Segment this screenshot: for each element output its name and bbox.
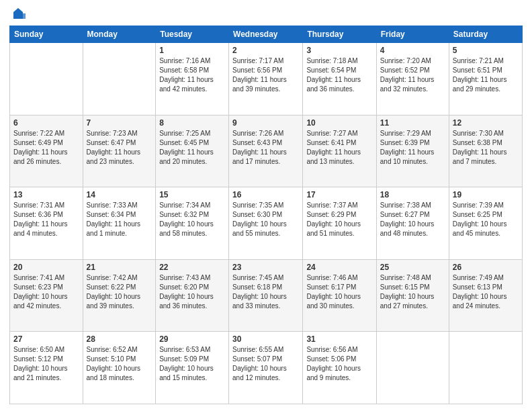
day-cell: 6Sunrise: 7:22 AMSunset: 6:49 PMDaylight… — [10, 115, 83, 187]
day-cell: 7Sunrise: 7:23 AMSunset: 6:47 PMDaylight… — [83, 115, 156, 187]
day-info: Sunrise: 6:52 AMSunset: 5:10 PMDaylight:… — [87, 345, 152, 383]
day-number: 12 — [453, 118, 519, 128]
day-number: 19 — [453, 190, 519, 199]
day-number: 15 — [159, 190, 225, 199]
column-header-tuesday: Tuesday — [156, 26, 229, 43]
calendar-table: SundayMondayTuesdayWednesdayThursdayFrid… — [9, 26, 523, 404]
day-cell: 5Sunrise: 7:21 AMSunset: 6:51 PMDaylight… — [449, 43, 522, 116]
day-cell: 26Sunrise: 7:49 AMSunset: 6:13 PMDayligh… — [449, 259, 522, 332]
day-info: Sunrise: 7:37 AMSunset: 6:29 PMDaylight:… — [306, 201, 372, 238]
day-number: 8 — [159, 118, 225, 128]
day-cell: 23Sunrise: 7:45 AMSunset: 6:18 PMDayligh… — [229, 259, 303, 332]
day-cell — [449, 332, 522, 404]
day-info: Sunrise: 7:29 AMSunset: 6:39 PMDaylight:… — [380, 129, 445, 167]
day-info: Sunrise: 7:16 AMSunset: 6:58 PMDaylight:… — [159, 56, 225, 94]
day-number: 7 — [87, 118, 152, 128]
day-info: Sunrise: 7:23 AMSunset: 6:47 PMDaylight:… — [87, 129, 152, 167]
day-cell: 30Sunrise: 6:55 AMSunset: 5:07 PMDayligh… — [229, 332, 303, 404]
week-row-4: 20Sunrise: 7:41 AMSunset: 6:23 PMDayligh… — [10, 259, 523, 332]
week-row-2: 6Sunrise: 7:22 AMSunset: 6:49 PMDaylight… — [10, 115, 523, 187]
day-cell: 28Sunrise: 6:52 AMSunset: 5:10 PMDayligh… — [83, 332, 156, 404]
day-info: Sunrise: 7:43 AMSunset: 6:20 PMDaylight:… — [159, 273, 225, 311]
day-cell: 11Sunrise: 7:29 AMSunset: 6:39 PMDayligh… — [376, 115, 449, 187]
day-number: 18 — [380, 190, 445, 199]
day-number: 30 — [232, 334, 299, 344]
day-info: Sunrise: 7:18 AMSunset: 6:54 PMDaylight:… — [306, 56, 372, 94]
day-info: Sunrise: 6:50 AMSunset: 5:12 PMDaylight:… — [13, 345, 79, 383]
day-number: 28 — [87, 334, 152, 344]
day-number: 14 — [87, 190, 152, 199]
day-cell: 12Sunrise: 7:30 AMSunset: 6:38 PMDayligh… — [449, 115, 522, 187]
day-number: 26 — [453, 263, 519, 272]
day-info: Sunrise: 7:22 AMSunset: 6:49 PMDaylight:… — [13, 129, 79, 167]
day-info: Sunrise: 7:46 AMSunset: 6:17 PMDaylight:… — [306, 273, 372, 311]
day-number: 6 — [13, 118, 79, 128]
logo-icon — [11, 7, 26, 21]
day-cell: 31Sunrise: 6:56 AMSunset: 5:06 PMDayligh… — [303, 332, 376, 404]
day-cell: 3Sunrise: 7:18 AMSunset: 6:54 PMDaylight… — [303, 43, 376, 116]
day-cell: 4Sunrise: 7:20 AMSunset: 6:52 PMDaylight… — [376, 43, 449, 116]
day-cell: 13Sunrise: 7:31 AMSunset: 6:36 PMDayligh… — [10, 187, 83, 260]
day-info: Sunrise: 7:30 AMSunset: 6:38 PMDaylight:… — [453, 129, 519, 167]
day-number: 31 — [306, 334, 372, 344]
week-row-3: 13Sunrise: 7:31 AMSunset: 6:36 PMDayligh… — [10, 187, 523, 260]
column-header-sunday: Sunday — [10, 26, 83, 43]
day-cell — [83, 43, 156, 116]
week-row-1: 1Sunrise: 7:16 AMSunset: 6:58 PMDaylight… — [10, 43, 523, 116]
day-number: 5 — [453, 46, 519, 55]
column-header-saturday: Saturday — [449, 26, 522, 43]
day-number: 21 — [87, 263, 152, 272]
day-info: Sunrise: 6:55 AMSunset: 5:07 PMDaylight:… — [232, 345, 299, 383]
day-number: 25 — [380, 263, 445, 272]
day-info: Sunrise: 7:26 AMSunset: 6:43 PMDaylight:… — [232, 129, 299, 167]
day-info: Sunrise: 7:21 AMSunset: 6:51 PMDaylight:… — [453, 56, 519, 94]
column-header-wednesday: Wednesday — [229, 26, 303, 43]
day-number: 1 — [159, 46, 225, 55]
header — [9, 7, 523, 20]
column-header-thursday: Thursday — [303, 26, 376, 43]
day-cell: 1Sunrise: 7:16 AMSunset: 6:58 PMDaylight… — [156, 43, 229, 116]
day-cell: 10Sunrise: 7:27 AMSunset: 6:41 PMDayligh… — [303, 115, 376, 187]
week-row-5: 27Sunrise: 6:50 AMSunset: 5:12 PMDayligh… — [10, 332, 523, 404]
day-number: 4 — [380, 46, 445, 55]
day-info: Sunrise: 7:38 AMSunset: 6:27 PMDaylight:… — [380, 201, 445, 238]
day-info: Sunrise: 7:20 AMSunset: 6:52 PMDaylight:… — [380, 56, 445, 94]
day-number: 23 — [232, 263, 299, 272]
column-header-friday: Friday — [376, 26, 449, 43]
svg-marker-1 — [20, 13, 26, 19]
day-info: Sunrise: 7:48 AMSunset: 6:15 PMDaylight:… — [380, 273, 445, 311]
day-cell: 9Sunrise: 7:26 AMSunset: 6:43 PMDaylight… — [229, 115, 303, 187]
calendar-page: SundayMondayTuesdayWednesdayThursdayFrid… — [0, 0, 532, 411]
day-cell: 24Sunrise: 7:46 AMSunset: 6:17 PMDayligh… — [303, 259, 376, 332]
day-cell: 17Sunrise: 7:37 AMSunset: 6:29 PMDayligh… — [303, 187, 376, 260]
day-info: Sunrise: 7:35 AMSunset: 6:30 PMDaylight:… — [232, 201, 299, 238]
day-cell: 27Sunrise: 6:50 AMSunset: 5:12 PMDayligh… — [10, 332, 83, 404]
day-number: 27 — [13, 334, 79, 344]
day-number: 29 — [159, 334, 225, 344]
day-number: 9 — [232, 118, 299, 128]
day-cell: 21Sunrise: 7:42 AMSunset: 6:22 PMDayligh… — [83, 259, 156, 332]
day-cell: 29Sunrise: 6:53 AMSunset: 5:09 PMDayligh… — [156, 332, 229, 404]
day-info: Sunrise: 6:53 AMSunset: 5:09 PMDaylight:… — [159, 345, 225, 383]
day-number: 22 — [159, 263, 225, 272]
day-cell: 8Sunrise: 7:25 AMSunset: 6:45 PMDaylight… — [156, 115, 229, 187]
day-info: Sunrise: 7:42 AMSunset: 6:22 PMDaylight:… — [87, 273, 152, 311]
day-number: 24 — [306, 263, 372, 272]
day-number: 20 — [13, 263, 79, 272]
day-info: Sunrise: 7:45 AMSunset: 6:18 PMDaylight:… — [232, 273, 299, 311]
day-cell: 16Sunrise: 7:35 AMSunset: 6:30 PMDayligh… — [229, 187, 303, 260]
day-cell: 20Sunrise: 7:41 AMSunset: 6:23 PMDayligh… — [10, 259, 83, 332]
day-cell: 18Sunrise: 7:38 AMSunset: 6:27 PMDayligh… — [376, 187, 449, 260]
day-info: Sunrise: 7:31 AMSunset: 6:36 PMDaylight:… — [13, 201, 79, 238]
day-number: 13 — [13, 190, 79, 199]
day-number: 17 — [306, 190, 372, 199]
day-cell: 25Sunrise: 7:48 AMSunset: 6:15 PMDayligh… — [376, 259, 449, 332]
day-cell — [376, 332, 449, 404]
day-cell: 14Sunrise: 7:33 AMSunset: 6:34 PMDayligh… — [83, 187, 156, 260]
day-info: Sunrise: 7:41 AMSunset: 6:23 PMDaylight:… — [13, 273, 79, 311]
day-info: Sunrise: 7:27 AMSunset: 6:41 PMDaylight:… — [306, 129, 372, 167]
logo — [9, 7, 26, 20]
day-info: Sunrise: 7:39 AMSunset: 6:25 PMDaylight:… — [453, 201, 519, 238]
day-info: Sunrise: 7:17 AMSunset: 6:56 PMDaylight:… — [232, 56, 299, 94]
day-cell: 19Sunrise: 7:39 AMSunset: 6:25 PMDayligh… — [449, 187, 522, 260]
